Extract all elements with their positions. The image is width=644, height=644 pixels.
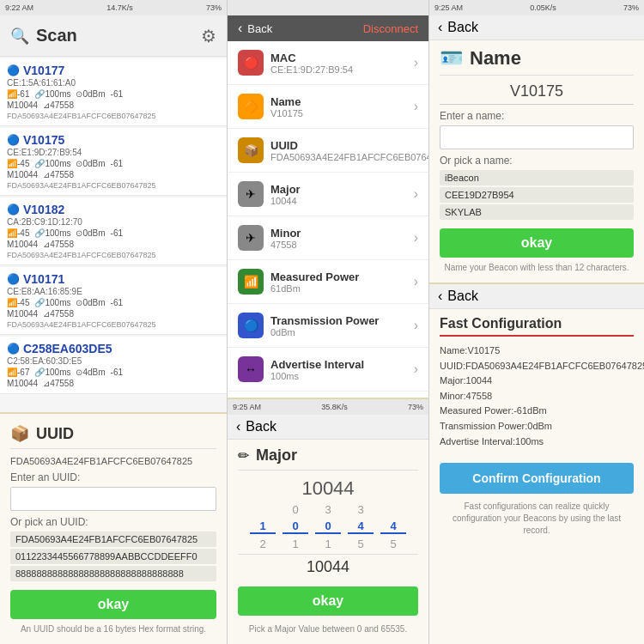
back-chevron-major-icon: ‹ xyxy=(236,419,240,434)
gear-icon[interactable]: ⚙ xyxy=(201,26,216,46)
name-back-bar: ‹ Back xyxy=(429,15,644,40)
numpad-cell[interactable]: 5 xyxy=(380,538,406,550)
config-list-item[interactable]: 🔋 Battery Level 100% › xyxy=(228,392,428,398)
config-item-left: 📦 UUID FDA50693A4E24FB1AFCFC6EB07647825 xyxy=(238,137,428,163)
time-name: 9:25 AM xyxy=(434,3,463,12)
chevron-right-icon: › xyxy=(414,318,418,333)
config-item-info: Transmission Power 0dBm xyxy=(270,314,379,337)
name-option-item[interactable]: CEE19D27B954 xyxy=(440,187,634,203)
device-name: 🔵 V10177 xyxy=(7,64,220,77)
config-item-left: ↔ Advertise Interval 100ms xyxy=(238,356,364,382)
config-list-item[interactable]: ✈ Minor 47558 › xyxy=(228,216,428,260)
config-list: 🔴 MAC CE:E1:9D:27:B9:54 › 🔶 Name V10175 … xyxy=(228,41,428,398)
device-name: 🔵 V10171 xyxy=(7,272,220,286)
signal-stat: 📶-45 xyxy=(7,159,29,168)
device-stats: 📶-67 🔗100ms ⊙4dBm -61 xyxy=(7,368,220,377)
major-stat: M10044 xyxy=(7,170,38,179)
numpad-row-2: 1 0 0 4 4 xyxy=(238,519,418,534)
fastconfig-back-bar: ‹ Back xyxy=(429,284,644,309)
config-item-value: 0dBm xyxy=(270,327,379,337)
device-uuid: FDA50693A4E24FB1AFCFC6EB07647825 xyxy=(7,251,220,259)
rssi-stat: -61 xyxy=(111,298,123,307)
device-ids: M10044 ⊿47558 xyxy=(7,240,220,249)
uuid-option-item[interactable]: 88888888888888888888888888888888 xyxy=(10,566,216,581)
chevron-right-icon: › xyxy=(414,55,418,70)
numpad-cell-active[interactable]: 0 xyxy=(315,519,341,534)
uuid-input[interactable] xyxy=(10,487,216,511)
config-list-item[interactable]: 📶 Measured Power 61dBm › xyxy=(228,260,428,304)
device-uuid: FDA50693A4E24FB1AFCFC6EB07647825 xyxy=(7,112,220,120)
major-back-label: Back xyxy=(246,419,276,434)
config-item-left: ✈ Minor 47558 xyxy=(238,225,301,251)
name-okay-button[interactable]: okay xyxy=(440,228,634,258)
config-list-item[interactable]: ↔ Advertise Interval 100ms › xyxy=(228,348,428,392)
config-list-item[interactable]: ✈ Major 10044 › xyxy=(228,173,428,216)
speed-major: 35.8K/s xyxy=(321,403,348,411)
config-list-item[interactable]: 🔴 MAC CE:E1:9D:27:B9:54 › xyxy=(228,41,428,85)
fast-config-line: Name:V10175 xyxy=(440,343,634,359)
device-stats: 📶-45 🔗100ms ⊙0dBm -61 xyxy=(7,298,220,307)
device-list-item[interactable]: 🔵 V10171 CE:E8:AA:16:85:9E 📶-45 🔗100ms ⊙… xyxy=(0,267,227,335)
interval-stat: 🔗100ms xyxy=(34,298,70,307)
name-options: iBeaconCEE19D27B954SKYLAB xyxy=(440,170,634,220)
major-okay-button[interactable]: okay xyxy=(238,586,418,616)
device-list-item[interactable]: 🔵 V10182 CA:2B:C9:1D:12:70 📶-45 🔗100ms ⊙… xyxy=(0,197,227,265)
config-item-icon: ✈ xyxy=(238,225,264,251)
power-stat: ⊙0dBm xyxy=(76,298,105,307)
config-item-value: 100ms xyxy=(270,371,364,381)
config-item-left: 📶 Measured Power 61dBm xyxy=(238,269,359,295)
major-back-bar: ‹ Back xyxy=(228,415,428,440)
uuid-option-item[interactable]: FDA50693A4E24FB1AFCFC6EB07647825 xyxy=(10,532,216,547)
name-input[interactable] xyxy=(440,125,634,149)
numpad-cell-active[interactable]: 4 xyxy=(348,519,374,534)
numpad-cell[interactable]: 0 xyxy=(283,503,308,516)
name-option-item[interactable]: iBeacon xyxy=(440,170,634,185)
speed-name: 0.05K/s xyxy=(530,3,556,12)
numpad-cell-active[interactable]: 0 xyxy=(283,519,308,534)
name-enter-label: Enter a name: xyxy=(440,110,634,122)
name-option-item[interactable]: SKYLAB xyxy=(440,204,634,220)
major-note: Pick a Major Value between 0 and 65535. xyxy=(238,624,418,634)
uuid-current-value: FDA50693A4E24FB1AFCFC6EB07647825 xyxy=(10,456,216,466)
config-list-item[interactable]: 🔵 Transmission Power 0dBm › xyxy=(228,304,428,348)
uuid-option-item[interactable]: 0112233445566778899AABBCCDDEEFF0 xyxy=(10,549,216,564)
uuid-okay-button[interactable]: okay xyxy=(10,590,216,619)
major-title: Major xyxy=(256,447,297,465)
numpad-cell[interactable]: 3 xyxy=(315,503,341,516)
panel3-name-fastconfig: 9:25 AM 0.05K/s 73% ‹ Back 🪪 Name V10175… xyxy=(429,0,644,644)
chevron-right-icon: › xyxy=(414,99,418,114)
fast-config-line: Major:10044 xyxy=(440,374,634,389)
confirm-configuration-button[interactable]: Confirm Configuration xyxy=(440,463,634,494)
device-list-item[interactable]: 🔵 C258EA603DE5 C2:58:EA:60:3D:E5 📶-67 🔗1… xyxy=(0,337,227,394)
speed-panel1: 14.7K/s xyxy=(106,3,133,12)
device-list-item[interactable]: 🔵 V10175 CE:E1:9D:27:B9:54 📶-45 🔗100ms ⊙… xyxy=(0,128,227,196)
fast-config-line: Transmission Power:0dBm xyxy=(440,419,634,434)
numpad-cell[interactable]: 3 xyxy=(348,503,374,516)
config-item-value: V10175 xyxy=(270,108,303,118)
numpad-cell-active[interactable]: 4 xyxy=(380,519,406,534)
numpad-cell-active[interactable]: 1 xyxy=(250,519,276,534)
config-list-item[interactable]: 📦 UUID FDA50693A4E24FB1AFCFC6EB07647825 … xyxy=(228,129,428,173)
config-item-left: 🔶 Name V10175 xyxy=(238,94,303,119)
back-area[interactable]: ‹ Back xyxy=(238,21,272,36)
uuid-modal: 📦 UUID FDA50693A4E24FB1AFCFC6EB07647825 … xyxy=(0,412,227,644)
bluetooth-icon: 🔵 xyxy=(7,343,20,355)
major-title-row: ✏ Major xyxy=(238,447,418,471)
disconnect-button[interactable]: Disconnect xyxy=(363,22,418,35)
confirm-note: Fast configurations can realize quickly … xyxy=(440,501,634,537)
numpad-cell[interactable]: 1 xyxy=(315,538,341,550)
device-list-item[interactable]: 🔵 V10177 CE:1:5A:61:61:A0 📶-61 🔗100ms ⊙0… xyxy=(0,58,227,126)
device-mac: C2:58:EA:60:3D:E5 xyxy=(7,356,220,366)
device-stats: 📶-45 🔗100ms ⊙0dBm -61 xyxy=(7,159,220,168)
signal-stat: 📶-45 xyxy=(7,228,29,238)
numpad-cell[interactable]: 1 xyxy=(283,538,308,550)
config-item-name: Major xyxy=(270,183,301,196)
numpad-cell[interactable]: 2 xyxy=(250,538,276,550)
power-stat: ⊙0dBm xyxy=(76,89,105,99)
chevron-right-icon: › xyxy=(414,230,418,246)
bluetooth-icon: 🔵 xyxy=(7,204,20,216)
numpad-cell[interactable]: 5 xyxy=(348,538,374,550)
config-item-value: 61dBm xyxy=(270,283,359,294)
device-name: 🔵 C258EA603DE5 xyxy=(7,342,220,355)
config-list-item[interactable]: 🔶 Name V10175 › xyxy=(228,85,428,129)
